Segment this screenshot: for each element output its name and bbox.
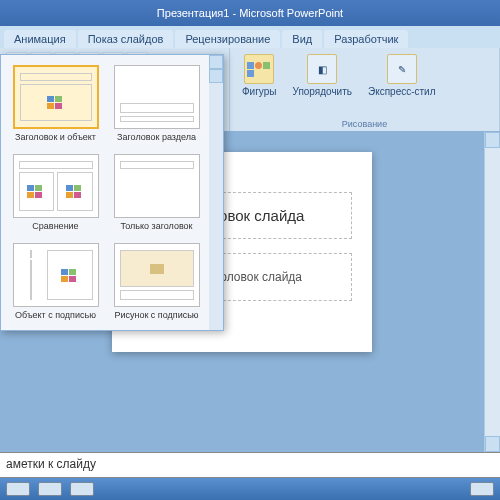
gallery-scroll-up[interactable] — [209, 55, 223, 69]
scroll-track[interactable] — [485, 148, 500, 436]
status-bar — [0, 478, 500, 500]
quick-styles-label: Экспресс-стил — [368, 86, 436, 97]
gallery-scrollbar[interactable] — [209, 55, 223, 330]
ribbon-group-drawing: Фигуры ◧ Упорядочить ✎ Экспресс-стил Рис… — [230, 48, 500, 131]
notes-placeholder: аметки к слайду — [6, 457, 96, 471]
tab-developer[interactable]: Разработчик — [324, 30, 408, 48]
layout-gallery-grid: Заголовок и объект Заголовок раздела Сра… — [7, 61, 217, 324]
layout-label: Заголовок раздела — [117, 132, 196, 142]
arrange-icon: ◧ — [307, 54, 337, 84]
gallery-scroll-down[interactable] — [209, 69, 223, 83]
layout-item-picture-caption[interactable]: Рисунок с подписью — [108, 239, 205, 324]
scroll-down-arrow[interactable] — [485, 436, 500, 452]
arrange-label: Упорядочить — [292, 86, 352, 97]
window-titlebar: Презентация1 - Microsoft PowerPoint — [0, 0, 500, 26]
notes-pane[interactable]: аметки к слайду — [0, 452, 500, 478]
layout-label: Сравнение — [32, 221, 78, 231]
view-normal-button[interactable] — [6, 482, 30, 496]
layout-label: Объект с подписью — [15, 310, 96, 320]
layout-thumb — [114, 243, 200, 307]
tab-animation[interactable]: Анимация — [4, 30, 76, 48]
picture-icon — [150, 264, 164, 274]
layout-thumb — [13, 154, 99, 218]
layout-label: Только заголовок — [120, 221, 192, 231]
ribbon-tabs: Анимация Показ слайдов Рецензирование Ви… — [0, 26, 500, 48]
layout-item-section-header[interactable]: Заголовок раздела — [108, 61, 205, 146]
quick-styles-icon: ✎ — [387, 54, 417, 84]
view-slideshow-button[interactable] — [70, 482, 94, 496]
layout-thumb — [13, 243, 99, 307]
group-label-drawing: Рисование — [236, 119, 493, 129]
layout-item-title-content[interactable]: Заголовок и объект — [7, 61, 104, 146]
layout-gallery-dropdown: Заголовок и объект Заголовок раздела Сра… — [0, 54, 224, 331]
layout-item-comparison[interactable]: Сравнение — [7, 150, 104, 235]
arrange-button[interactable]: ◧ Упорядочить — [286, 52, 358, 99]
layout-thumb — [13, 65, 99, 129]
quick-styles-button[interactable]: ✎ Экспресс-стил — [362, 52, 442, 99]
tab-view[interactable]: Вид — [282, 30, 322, 48]
layout-thumb — [114, 154, 200, 218]
vertical-scrollbar[interactable] — [484, 132, 500, 452]
layout-label: Заголовок и объект — [15, 132, 96, 142]
view-sorter-button[interactable] — [38, 482, 62, 496]
shapes-button[interactable]: Фигуры — [236, 52, 282, 99]
layout-label: Рисунок с подписью — [114, 310, 198, 320]
window-title: Презентация1 - Microsoft PowerPoint — [8, 7, 492, 19]
shapes-icon — [244, 54, 274, 84]
scroll-up-arrow[interactable] — [485, 132, 500, 148]
tab-slideshow[interactable]: Показ слайдов — [78, 30, 174, 48]
shapes-label: Фигуры — [242, 86, 276, 97]
zoom-slider[interactable] — [470, 482, 494, 496]
layout-item-title-only[interactable]: Только заголовок — [108, 150, 205, 235]
layout-thumb — [114, 65, 200, 129]
tab-review[interactable]: Рецензирование — [175, 30, 280, 48]
layout-item-content-caption[interactable]: Объект с подписью — [7, 239, 104, 324]
